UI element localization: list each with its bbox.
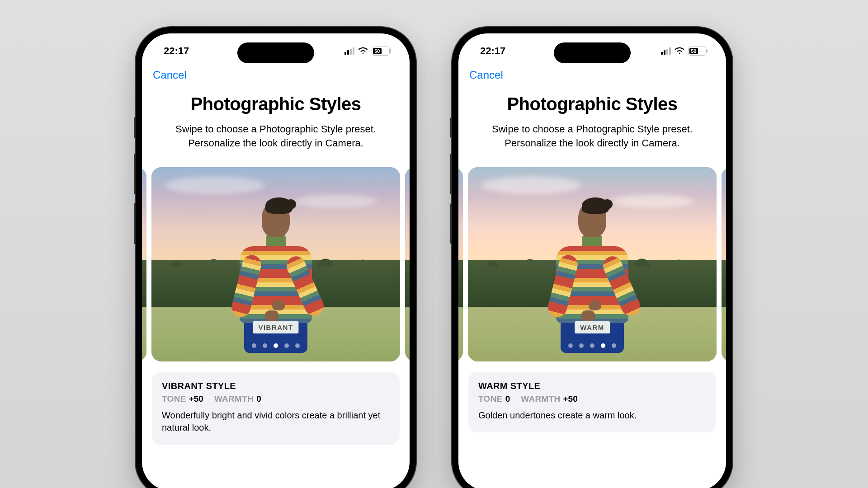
battery-icon: 50 [372, 47, 390, 56]
phone-screen: 22:17 50 Cancel Photographic Styles Swip… [142, 33, 410, 488]
page-dot[interactable] [590, 343, 594, 348]
cellular-signal-icon [344, 47, 354, 55]
page-subtitle: Swipe to choose a Photographic Style pre… [160, 122, 392, 150]
warmth-value: +50 [563, 394, 578, 404]
page-title: Photographic Styles [458, 94, 726, 114]
carousel-card-current[interactable]: VIBRANT [151, 167, 400, 361]
warmth-value: 0 [256, 394, 261, 404]
tone-value: 0 [505, 394, 510, 404]
style-carousel[interactable]: VIBRANT [142, 165, 410, 364]
style-description: Golden undertones create a warm look. [478, 409, 706, 422]
carousel-card-prev[interactable] [458, 167, 463, 361]
page-dot[interactable] [295, 343, 300, 348]
style-preview-photo: WARM [468, 167, 717, 361]
style-carousel[interactable]: WARM [458, 165, 726, 364]
style-description: Wonderfully bright and vivid colors crea… [162, 409, 390, 434]
cancel-button[interactable]: Cancel [469, 69, 503, 81]
page-indicator[interactable] [568, 343, 616, 348]
page-dot[interactable] [263, 343, 267, 348]
carousel-card-prev[interactable] [142, 167, 146, 361]
tone-value: +50 [189, 394, 203, 404]
style-info-card: VIBRANT STYLE TONE+50 WARMTH0 Wonderfull… [152, 372, 400, 445]
style-chip: WARM [575, 321, 610, 333]
style-name: VIBRANT STYLE [162, 381, 390, 391]
carousel-card-next[interactable] [405, 167, 410, 361]
style-chip: VIBRANT [253, 321, 298, 333]
dynamic-island [237, 42, 314, 63]
page-dot[interactable] [252, 343, 256, 348]
wifi-icon [675, 45, 684, 57]
style-info-card: WARM STYLE TONE0 WARMTH+50 Golden undert… [468, 372, 716, 432]
battery-icon: 50 [688, 47, 706, 56]
style-preview-photo: VIBRANT [151, 167, 400, 361]
nav-bar: Cancel [142, 65, 410, 89]
page-title: Photographic Styles [142, 94, 410, 114]
page-dot[interactable] [284, 343, 289, 348]
page-dot[interactable] [601, 343, 605, 348]
dynamic-island [554, 42, 631, 63]
warmth-label: WARMTH [521, 394, 560, 404]
page-dot[interactable] [579, 343, 584, 348]
page-indicator[interactable] [252, 343, 300, 348]
tone-label: TONE [162, 394, 186, 404]
nav-bar: Cancel [458, 65, 726, 89]
phone-screen: 22:17 50 Cancel Photographic Styles Swip… [458, 33, 726, 488]
carousel-card-next[interactable] [722, 167, 726, 361]
carousel-card-current[interactable]: WARM [468, 167, 717, 361]
page-dot[interactable] [612, 343, 616, 348]
warmth-label: WARMTH [214, 394, 254, 404]
page-dot[interactable] [274, 343, 278, 348]
tone-label: TONE [478, 394, 503, 404]
cellular-signal-icon [661, 47, 671, 55]
cancel-button[interactable]: Cancel [153, 69, 187, 81]
page-subtitle: Swipe to choose a Photographic Style pre… [476, 122, 708, 150]
style-params: TONE+50 WARMTH0 [162, 394, 390, 404]
page-dot[interactable] [568, 343, 573, 348]
style-name: WARM STYLE [478, 381, 706, 391]
style-params: TONE0 WARMTH+50 [478, 394, 706, 404]
phone-frame: 22:17 50 Cancel Photographic Styles Swip… [136, 27, 416, 488]
wifi-icon [358, 45, 368, 57]
phone-frame: 22:17 50 Cancel Photographic Styles Swip… [452, 27, 732, 488]
